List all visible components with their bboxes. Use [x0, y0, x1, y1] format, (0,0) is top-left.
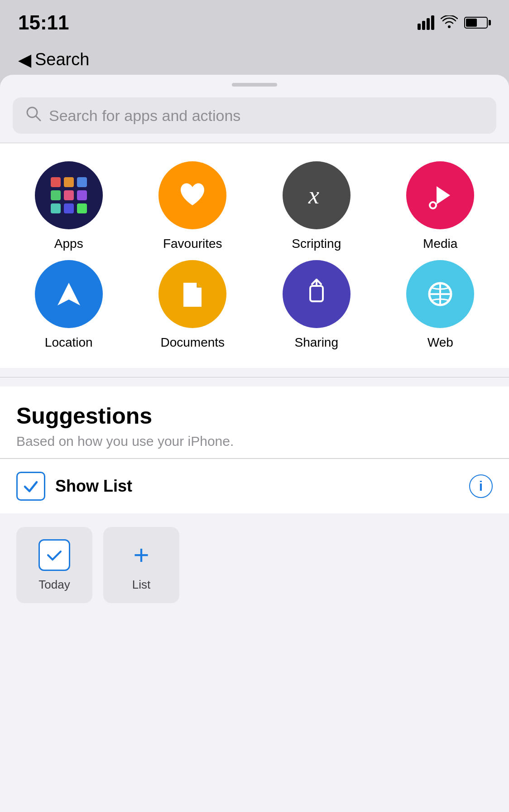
svg-point-0 [27, 107, 37, 117]
suggestion-today[interactable]: Today [16, 527, 92, 603]
favourites-label: Favourites [163, 237, 222, 251]
categories-section: Apps Favourites x Scripting [0, 143, 509, 368]
search-input-placeholder: Search for apps and actions [49, 107, 240, 125]
documents-label: Documents [160, 335, 225, 350]
show-list-checkbox[interactable] [16, 472, 45, 501]
status-time: 15:11 [18, 11, 69, 34]
show-list-label: Show List [55, 477, 132, 496]
main-sheet: Search for apps and actions [0, 75, 509, 812]
location-icon [35, 260, 103, 328]
category-favourites[interactable]: Favourites [133, 161, 253, 251]
location-label: Location [45, 335, 93, 350]
show-list-left: Show List [16, 472, 132, 501]
battery-icon [464, 17, 491, 29]
list-label: List [132, 578, 150, 592]
status-icons [418, 14, 491, 32]
suggestions-subtitle: Based on how you use your iPhone. [16, 434, 493, 449]
sharing-icon [283, 260, 351, 328]
suggestions-title: Suggestions [16, 403, 493, 429]
category-scripting[interactable]: x Scripting [257, 161, 376, 251]
category-documents[interactable]: Documents [133, 260, 253, 350]
category-web[interactable]: Web [381, 260, 500, 350]
category-location[interactable]: Location [9, 260, 129, 350]
web-icon [406, 260, 474, 328]
suggestion-items: Today + List [0, 513, 509, 617]
today-label: Today [38, 578, 70, 592]
categories-grid: Apps Favourites x Scripting [9, 161, 500, 350]
media-label: Media [423, 237, 457, 251]
sharing-label: Sharing [294, 335, 338, 350]
info-button[interactable]: i [469, 474, 493, 498]
web-label: Web [427, 335, 453, 350]
divider-2 [0, 377, 509, 377]
svg-rect-6 [310, 286, 323, 301]
wifi-icon [441, 14, 458, 32]
documents-icon [158, 260, 226, 328]
favourites-icon [158, 161, 226, 229]
category-sharing[interactable]: Sharing [257, 260, 376, 350]
apps-label: Apps [54, 237, 83, 251]
scripting-icon: x [283, 161, 351, 229]
category-media[interactable]: Media [381, 161, 500, 251]
sheet-handle [232, 83, 277, 87]
apps-icon [35, 161, 103, 229]
search-bar[interactable]: Search for apps and actions [13, 97, 496, 134]
today-icon [38, 539, 71, 571]
status-bar: 15:11 [0, 0, 509, 45]
svg-point-4 [431, 203, 435, 208]
svg-marker-5 [58, 283, 80, 305]
svg-line-1 [36, 116, 40, 121]
svg-text:x: x [308, 182, 319, 209]
search-icon [25, 106, 42, 126]
list-icon: + [125, 539, 158, 571]
category-apps[interactable]: Apps [9, 161, 129, 251]
back-button[interactable]: Search [35, 45, 89, 74]
show-list-row[interactable]: Show List i [0, 459, 509, 513]
scripting-label: Scripting [292, 237, 341, 251]
search-bar-container: Search for apps and actions [0, 87, 509, 143]
suggestion-list[interactable]: + List [103, 527, 179, 603]
suggestions-section: Suggestions Based on how you use your iP… [0, 387, 509, 458]
signal-icon [418, 15, 434, 30]
media-icon [406, 161, 474, 229]
